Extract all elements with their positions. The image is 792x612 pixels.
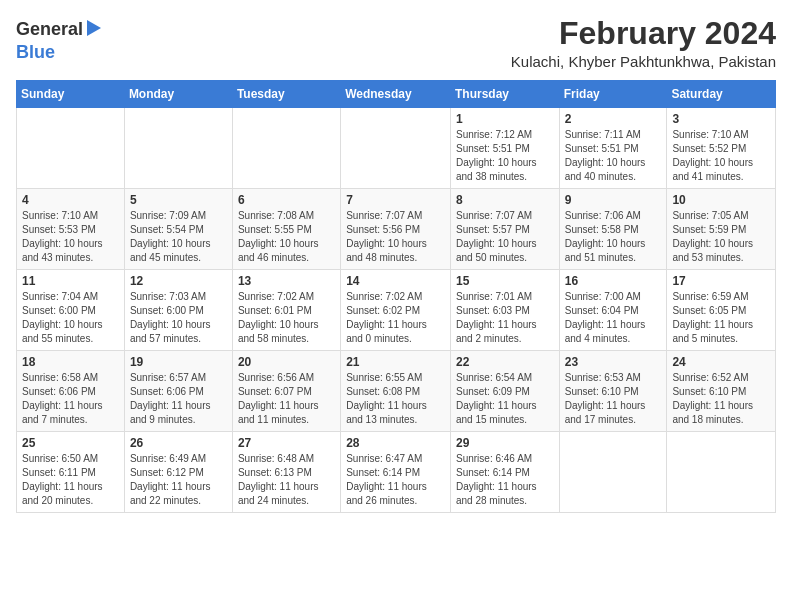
calendar-cell bbox=[341, 108, 451, 189]
day-info: Sunrise: 7:07 AMSunset: 5:57 PMDaylight:… bbox=[456, 209, 554, 265]
day-number: 13 bbox=[238, 274, 335, 288]
weekday-header-saturday: Saturday bbox=[667, 81, 776, 108]
day-info: Sunrise: 7:06 AMSunset: 5:58 PMDaylight:… bbox=[565, 209, 662, 265]
calendar-week-row: 11Sunrise: 7:04 AMSunset: 6:00 PMDayligh… bbox=[17, 270, 776, 351]
day-info: Sunrise: 6:56 AMSunset: 6:07 PMDaylight:… bbox=[238, 371, 335, 427]
day-info: Sunrise: 6:46 AMSunset: 6:14 PMDaylight:… bbox=[456, 452, 554, 508]
calendar-cell: 17Sunrise: 6:59 AMSunset: 6:05 PMDayligh… bbox=[667, 270, 776, 351]
day-number: 15 bbox=[456, 274, 554, 288]
calendar-cell: 13Sunrise: 7:02 AMSunset: 6:01 PMDayligh… bbox=[232, 270, 340, 351]
day-number: 24 bbox=[672, 355, 770, 369]
calendar-cell: 6Sunrise: 7:08 AMSunset: 5:55 PMDaylight… bbox=[232, 189, 340, 270]
calendar-cell: 15Sunrise: 7:01 AMSunset: 6:03 PMDayligh… bbox=[450, 270, 559, 351]
day-number: 26 bbox=[130, 436, 227, 450]
calendar-cell: 16Sunrise: 7:00 AMSunset: 6:04 PMDayligh… bbox=[559, 270, 667, 351]
calendar-cell: 5Sunrise: 7:09 AMSunset: 5:54 PMDaylight… bbox=[124, 189, 232, 270]
weekday-header-thursday: Thursday bbox=[450, 81, 559, 108]
day-info: Sunrise: 6:47 AMSunset: 6:14 PMDaylight:… bbox=[346, 452, 445, 508]
day-info: Sunrise: 6:55 AMSunset: 6:08 PMDaylight:… bbox=[346, 371, 445, 427]
day-number: 27 bbox=[238, 436, 335, 450]
weekday-header-friday: Friday bbox=[559, 81, 667, 108]
calendar-cell: 20Sunrise: 6:56 AMSunset: 6:07 PMDayligh… bbox=[232, 351, 340, 432]
calendar-cell bbox=[124, 108, 232, 189]
day-info: Sunrise: 7:10 AMSunset: 5:52 PMDaylight:… bbox=[672, 128, 770, 184]
day-number: 18 bbox=[22, 355, 119, 369]
weekday-header-wednesday: Wednesday bbox=[341, 81, 451, 108]
calendar-cell: 27Sunrise: 6:48 AMSunset: 6:13 PMDayligh… bbox=[232, 432, 340, 513]
day-info: Sunrise: 7:09 AMSunset: 5:54 PMDaylight:… bbox=[130, 209, 227, 265]
day-info: Sunrise: 7:03 AMSunset: 6:00 PMDaylight:… bbox=[130, 290, 227, 346]
calendar-cell bbox=[559, 432, 667, 513]
calendar-cell: 23Sunrise: 6:53 AMSunset: 6:10 PMDayligh… bbox=[559, 351, 667, 432]
calendar-cell: 1Sunrise: 7:12 AMSunset: 5:51 PMDaylight… bbox=[450, 108, 559, 189]
day-number: 5 bbox=[130, 193, 227, 207]
calendar-week-row: 1Sunrise: 7:12 AMSunset: 5:51 PMDaylight… bbox=[17, 108, 776, 189]
day-info: Sunrise: 7:12 AMSunset: 5:51 PMDaylight:… bbox=[456, 128, 554, 184]
calendar-cell: 28Sunrise: 6:47 AMSunset: 6:14 PMDayligh… bbox=[341, 432, 451, 513]
title-area: February 2024 Kulachi, Khyber Pakhtunkhw… bbox=[511, 16, 776, 70]
day-info: Sunrise: 6:54 AMSunset: 6:09 PMDaylight:… bbox=[456, 371, 554, 427]
day-info: Sunrise: 6:50 AMSunset: 6:11 PMDaylight:… bbox=[22, 452, 119, 508]
day-info: Sunrise: 7:04 AMSunset: 6:00 PMDaylight:… bbox=[22, 290, 119, 346]
calendar-cell: 19Sunrise: 6:57 AMSunset: 6:06 PMDayligh… bbox=[124, 351, 232, 432]
calendar-table: SundayMondayTuesdayWednesdayThursdayFrid… bbox=[16, 80, 776, 513]
weekday-header-monday: Monday bbox=[124, 81, 232, 108]
day-info: Sunrise: 7:07 AMSunset: 5:56 PMDaylight:… bbox=[346, 209, 445, 265]
weekday-header-sunday: Sunday bbox=[17, 81, 125, 108]
location-title: Kulachi, Khyber Pakhtunkhwa, Pakistan bbox=[511, 53, 776, 70]
svg-marker-0 bbox=[87, 20, 101, 36]
day-number: 29 bbox=[456, 436, 554, 450]
day-number: 17 bbox=[672, 274, 770, 288]
calendar-cell: 25Sunrise: 6:50 AMSunset: 6:11 PMDayligh… bbox=[17, 432, 125, 513]
day-info: Sunrise: 7:02 AMSunset: 6:02 PMDaylight:… bbox=[346, 290, 445, 346]
day-info: Sunrise: 7:11 AMSunset: 5:51 PMDaylight:… bbox=[565, 128, 662, 184]
calendar-week-row: 18Sunrise: 6:58 AMSunset: 6:06 PMDayligh… bbox=[17, 351, 776, 432]
day-number: 21 bbox=[346, 355, 445, 369]
calendar-cell: 4Sunrise: 7:10 AMSunset: 5:53 PMDaylight… bbox=[17, 189, 125, 270]
logo: General Blue bbox=[16, 16, 107, 63]
day-info: Sunrise: 6:49 AMSunset: 6:12 PMDaylight:… bbox=[130, 452, 227, 508]
day-number: 8 bbox=[456, 193, 554, 207]
calendar-cell: 18Sunrise: 6:58 AMSunset: 6:06 PMDayligh… bbox=[17, 351, 125, 432]
weekday-header-tuesday: Tuesday bbox=[232, 81, 340, 108]
day-info: Sunrise: 6:59 AMSunset: 6:05 PMDaylight:… bbox=[672, 290, 770, 346]
day-info: Sunrise: 7:08 AMSunset: 5:55 PMDaylight:… bbox=[238, 209, 335, 265]
weekday-header-row: SundayMondayTuesdayWednesdayThursdayFrid… bbox=[17, 81, 776, 108]
calendar-week-row: 25Sunrise: 6:50 AMSunset: 6:11 PMDayligh… bbox=[17, 432, 776, 513]
calendar-cell bbox=[232, 108, 340, 189]
calendar-cell: 22Sunrise: 6:54 AMSunset: 6:09 PMDayligh… bbox=[450, 351, 559, 432]
day-info: Sunrise: 6:48 AMSunset: 6:13 PMDaylight:… bbox=[238, 452, 335, 508]
logo-arrow-icon bbox=[87, 18, 107, 42]
day-number: 22 bbox=[456, 355, 554, 369]
calendar-cell: 24Sunrise: 6:52 AMSunset: 6:10 PMDayligh… bbox=[667, 351, 776, 432]
day-number: 20 bbox=[238, 355, 335, 369]
header: General Blue February 2024 Kulachi, Khyb… bbox=[16, 16, 776, 70]
calendar-cell: 11Sunrise: 7:04 AMSunset: 6:00 PMDayligh… bbox=[17, 270, 125, 351]
day-number: 28 bbox=[346, 436, 445, 450]
day-number: 4 bbox=[22, 193, 119, 207]
calendar-cell: 21Sunrise: 6:55 AMSunset: 6:08 PMDayligh… bbox=[341, 351, 451, 432]
calendar-cell: 3Sunrise: 7:10 AMSunset: 5:52 PMDaylight… bbox=[667, 108, 776, 189]
day-info: Sunrise: 7:10 AMSunset: 5:53 PMDaylight:… bbox=[22, 209, 119, 265]
calendar-cell: 29Sunrise: 6:46 AMSunset: 6:14 PMDayligh… bbox=[450, 432, 559, 513]
day-info: Sunrise: 7:05 AMSunset: 5:59 PMDaylight:… bbox=[672, 209, 770, 265]
day-number: 19 bbox=[130, 355, 227, 369]
calendar-week-row: 4Sunrise: 7:10 AMSunset: 5:53 PMDaylight… bbox=[17, 189, 776, 270]
calendar-cell: 10Sunrise: 7:05 AMSunset: 5:59 PMDayligh… bbox=[667, 189, 776, 270]
day-info: Sunrise: 6:57 AMSunset: 6:06 PMDaylight:… bbox=[130, 371, 227, 427]
day-number: 16 bbox=[565, 274, 662, 288]
month-title: February 2024 bbox=[511, 16, 776, 51]
day-info: Sunrise: 6:58 AMSunset: 6:06 PMDaylight:… bbox=[22, 371, 119, 427]
day-number: 6 bbox=[238, 193, 335, 207]
day-number: 3 bbox=[672, 112, 770, 126]
day-number: 10 bbox=[672, 193, 770, 207]
day-number: 12 bbox=[130, 274, 227, 288]
day-number: 11 bbox=[22, 274, 119, 288]
day-info: Sunrise: 7:01 AMSunset: 6:03 PMDaylight:… bbox=[456, 290, 554, 346]
calendar-cell bbox=[17, 108, 125, 189]
calendar-cell: 26Sunrise: 6:49 AMSunset: 6:12 PMDayligh… bbox=[124, 432, 232, 513]
calendar-cell: 14Sunrise: 7:02 AMSunset: 6:02 PMDayligh… bbox=[341, 270, 451, 351]
day-info: Sunrise: 6:53 AMSunset: 6:10 PMDaylight:… bbox=[565, 371, 662, 427]
day-number: 25 bbox=[22, 436, 119, 450]
logo-general-text: General bbox=[16, 19, 83, 40]
